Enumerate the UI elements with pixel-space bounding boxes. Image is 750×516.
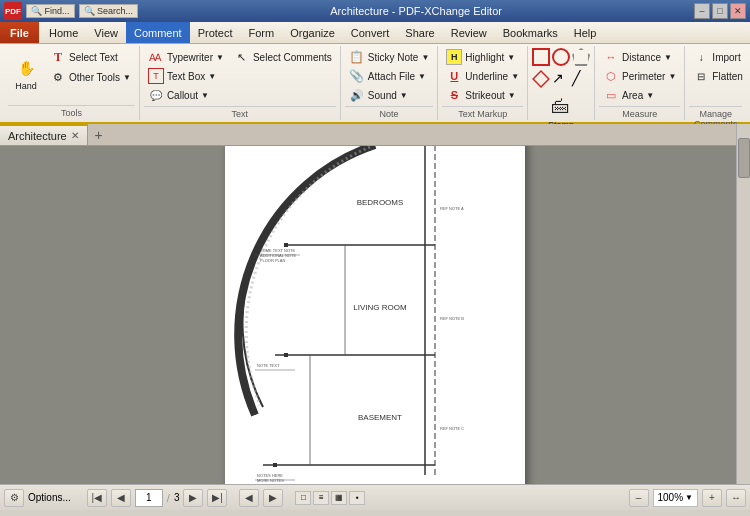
first-page-button[interactable]: |◀ (87, 489, 107, 507)
search-bar[interactable]: 🔍 Search... (79, 4, 139, 18)
note-label: Note (345, 106, 434, 119)
next-page-button[interactable]: ▶ (183, 489, 203, 507)
window-controls: – □ ✕ (694, 3, 746, 19)
rectangle-tool-button[interactable] (532, 48, 550, 66)
perimeter-button[interactable]: ⬡ Perimeter ▼ (599, 67, 680, 85)
options-button[interactable]: ⚙ (4, 489, 24, 507)
tools-label: Tools (8, 105, 135, 118)
other-tools-button[interactable]: ⚙ Other Tools ▼ (46, 68, 135, 86)
flatten-button[interactable]: ⊟ Flatten (689, 67, 747, 85)
page-canvas: BEDROOMS LIVING ROOM BASEMENT SOME TEXT … (225, 146, 525, 484)
diamond-tool-button[interactable] (532, 70, 550, 88)
svg-text:MORE NOTES: MORE NOTES (257, 478, 284, 483)
app-icon: PDF (4, 2, 22, 20)
forward-button[interactable]: ▶ (263, 489, 283, 507)
note-buttons: 📋 Sticky Note ▼ 📎 Attach File ▼ 🔊 Sound … (345, 48, 434, 104)
callout-button[interactable]: 💬 Callout ▼ (144, 86, 228, 104)
underline-button[interactable]: U Underline ▼ (442, 67, 523, 85)
flatten-icon: ⊟ (693, 68, 709, 84)
find-bar[interactable]: 🔍 Find... (26, 4, 75, 18)
menu-review[interactable]: Review (443, 22, 495, 43)
zoom-out-button[interactable]: – (629, 489, 649, 507)
menu-file[interactable]: File (0, 22, 39, 43)
new-tab-button[interactable]: + (88, 124, 110, 145)
dropdown-arrow: ▼ (418, 72, 426, 81)
menu-form[interactable]: Form (241, 22, 283, 43)
textbox-button[interactable]: T Text Box ▼ (144, 67, 228, 85)
arrow-tool-button[interactable]: ↗ (552, 70, 570, 88)
document-tab[interactable]: Architecture ✕ (0, 124, 88, 145)
other-tools-icon: ⚙ (50, 69, 66, 85)
zoom-in-button[interactable]: + (702, 489, 722, 507)
menu-comment[interactable]: Comment (126, 22, 190, 43)
facing-view[interactable]: ▦ (331, 491, 347, 505)
line-tool-button[interactable]: ╱ (572, 70, 590, 88)
page-number-input[interactable] (135, 489, 163, 507)
close-button[interactable]: ✕ (730, 3, 746, 19)
sound-button[interactable]: 🔊 Sound ▼ (345, 86, 434, 104)
tab-bar: Architecture ✕ + (0, 124, 750, 146)
svg-text:FLOOR PLAN: FLOOR PLAN (260, 258, 285, 263)
select-text-icon: T (50, 49, 66, 65)
title-bar-left: PDF 🔍 Find... 🔍 Search... (4, 2, 138, 20)
dropdown-arrow: ▼ (508, 91, 516, 100)
floor-plan-svg: BEDROOMS LIVING ROOM BASEMENT SOME TEXT … (225, 146, 525, 484)
title-bar: PDF 🔍 Find... 🔍 Search... Architecture -… (0, 0, 750, 22)
hand-tool-button[interactable]: ✋ Hand (8, 48, 44, 100)
dropdown-arrow: ▼ (123, 73, 131, 82)
dropdown-arrow: ▼ (646, 91, 654, 100)
callout-icon: 💬 (148, 87, 164, 103)
highlight-icon: H (446, 49, 462, 65)
zoom-select-box[interactable]: 100% ▼ (653, 489, 699, 507)
manage-buttons: ↓ Import ⊟ Flatten 📄 SummarizeComments (689, 48, 742, 104)
minimize-button[interactable]: – (694, 3, 710, 19)
select-text-button[interactable]: T Select Text (46, 48, 135, 66)
continuous-view[interactable]: ≡ (313, 491, 329, 505)
single-page-view[interactable]: □ (295, 491, 311, 505)
sticky-note-button[interactable]: 📋 Sticky Note ▼ (345, 48, 434, 66)
menu-home[interactable]: Home (41, 22, 86, 43)
tab-close-button[interactable]: ✕ (71, 130, 79, 141)
svg-text:REF NOTE A: REF NOTE A (440, 206, 464, 211)
maximize-button[interactable]: □ (712, 3, 728, 19)
ribbon-group-text-markup: H Highlight ▼ U Underline ▼ S Strikeout … (438, 46, 528, 120)
circle-tool-button[interactable] (552, 48, 570, 66)
menu-view[interactable]: View (86, 22, 126, 43)
menu-bookmarks[interactable]: Bookmarks (495, 22, 566, 43)
polygon-tool-button[interactable] (572, 48, 590, 66)
distance-button[interactable]: ↔ Distance ▼ (599, 48, 680, 66)
menu-convert[interactable]: Convert (343, 22, 398, 43)
import-button[interactable]: ↓ Import (689, 48, 747, 66)
attach-file-button[interactable]: 📎 Attach File ▼ (345, 67, 434, 85)
strikeout-button[interactable]: S Strikeout ▼ (442, 86, 523, 104)
prev-page-button[interactable]: ◀ (111, 489, 131, 507)
typewriter-icon: Ꜳ (148, 49, 164, 65)
facing-cont-view[interactable]: ▪ (349, 491, 365, 505)
textbox-icon: T (148, 68, 164, 84)
menu-organize[interactable]: Organize (282, 22, 343, 43)
typewriter-button[interactable]: Ꜳ Typewriter ▼ (144, 48, 228, 66)
dropdown-arrow: ▼ (400, 91, 408, 100)
tab-label: Architecture (8, 130, 67, 142)
dropdown-arrow: ▼ (668, 72, 676, 81)
back-button[interactable]: ◀ (239, 489, 259, 507)
menu-help[interactable]: Help (566, 22, 605, 43)
ribbon-group-drawing: ↗ ╱ 🖮 Stamp ▼ Drawing (528, 46, 595, 120)
select-comments-button[interactable]: ↖ Select Comments (230, 48, 336, 66)
area-button[interactable]: ▭ Area ▼ (599, 86, 680, 104)
highlight-button[interactable]: H Highlight ▼ (442, 48, 523, 66)
svg-text:NOTE TEXT: NOTE TEXT (257, 363, 280, 368)
markup-buttons: H Highlight ▼ U Underline ▼ S Strikeout … (442, 48, 523, 104)
last-page-button[interactable]: ▶| (207, 489, 227, 507)
fit-width-button[interactable]: ↔ (726, 489, 746, 507)
menu-protect[interactable]: Protect (190, 22, 241, 43)
page-total: 3 (174, 492, 180, 503)
zoom-dropdown-arrow[interactable]: ▼ (685, 493, 693, 502)
svg-text:BASEMENT: BASEMENT (358, 413, 402, 422)
svg-rect-24 (273, 463, 277, 467)
dropdown-arrow: ▼ (208, 72, 216, 81)
area-icon: ▭ (603, 87, 619, 103)
tools-buttons: ✋ Hand T Select Text ⚙ Other Tools ▼ (8, 48, 135, 103)
document-viewport[interactable]: BEDROOMS LIVING ROOM BASEMENT SOME TEXT … (0, 146, 750, 484)
menu-share[interactable]: Share (397, 22, 442, 43)
